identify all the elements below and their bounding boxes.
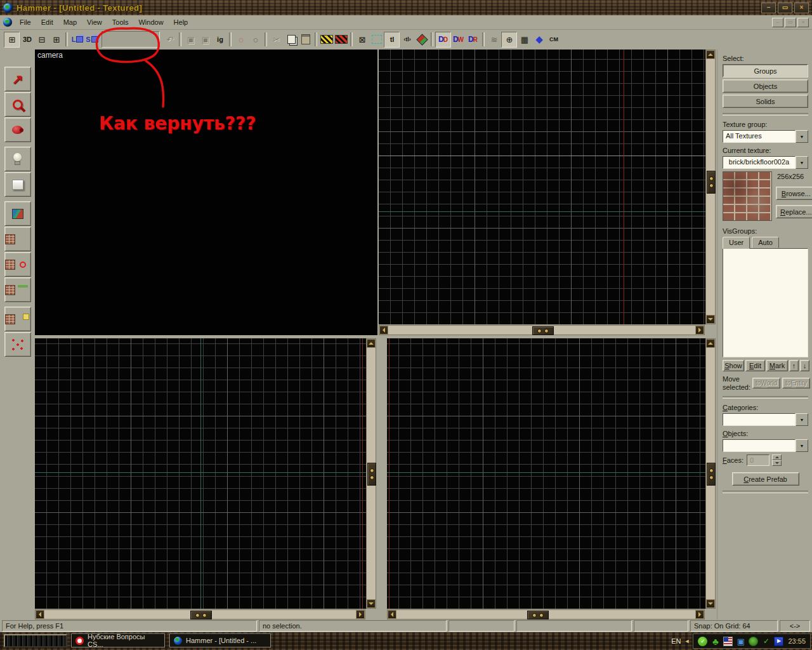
- select-touching-button[interactable]: ◌: [233, 32, 248, 47]
- horizontal-scrollbar[interactable]: [379, 325, 705, 335]
- current-texture-combobox[interactable]: brick/brickfloor002a ▼: [723, 156, 808, 169]
- grid-canvas[interactable]: [35, 338, 366, 609]
- vertical-scrollbar[interactable]: [705, 338, 716, 609]
- copy-button[interactable]: [284, 32, 298, 47]
- start-button[interactable]: [4, 634, 67, 647]
- scroll-up-button[interactable]: [706, 50, 715, 59]
- vertical-scrollbar[interactable]: [366, 338, 376, 609]
- clipping-tool[interactable]: [4, 277, 31, 302]
- solids-button[interactable]: Solids: [723, 95, 808, 108]
- toggle-3d-grid-button[interactable]: 3D: [20, 32, 34, 47]
- scrollbar-thumb[interactable]: [367, 463, 376, 486]
- apply-current-texture-tool[interactable]: [4, 227, 31, 251]
- cordon-button[interactable]: [369, 32, 384, 47]
- move-up-button[interactable]: ↑: [789, 360, 799, 371]
- stepper-up-button[interactable]: [772, 454, 782, 460]
- taskbar-clock[interactable]: 23:55: [788, 637, 806, 645]
- path-tool[interactable]: [4, 332, 31, 357]
- visgroups-list[interactable]: [723, 248, 808, 357]
- scrollbar-thumb[interactable]: [707, 171, 716, 194]
- player-tray-icon[interactable]: ▶: [774, 637, 783, 646]
- horizontal-scrollbar[interactable]: [35, 609, 365, 620]
- mark-button[interactable]: Mark: [766, 360, 788, 371]
- minimize-button[interactable]: –: [761, 3, 776, 13]
- vertical-scrollbar[interactable]: [705, 50, 716, 324]
- texture-application-tool[interactable]: [4, 201, 31, 226]
- vertex-tool[interactable]: [4, 307, 31, 331]
- browse-button[interactable]: Browse...: [776, 187, 812, 200]
- mdi-close-button[interactable]: ×: [797, 18, 809, 27]
- dr-button[interactable]: DR: [466, 32, 480, 47]
- group-button[interactable]: ▣: [183, 32, 198, 47]
- dw-button[interactable]: DW: [451, 32, 466, 47]
- grid-canvas[interactable]: [379, 50, 705, 324]
- task-hammer-window[interactable]: Hammer - [Untitled - ...: [169, 633, 271, 647]
- globe-view-button[interactable]: ⊕: [501, 32, 517, 48]
- scroll-down-button[interactable]: [367, 599, 376, 608]
- hollow-button[interactable]: [334, 32, 348, 47]
- paste-button[interactable]: [298, 32, 313, 47]
- menu-tools[interactable]: Tools: [107, 17, 134, 28]
- group-selection-button[interactable]: ⊠: [355, 32, 369, 47]
- edit-button[interactable]: Edit: [745, 360, 765, 371]
- faces-field[interactable]: 0: [747, 454, 769, 466]
- chevron-down-icon[interactable]: ▼: [796, 156, 808, 169]
- horizontal-scrollbar[interactable]: [387, 609, 705, 620]
- scrollbar-thumb[interactable]: [707, 463, 716, 486]
- texture-scale-lock-button[interactable]: ‹tl›: [400, 32, 414, 47]
- flag-tray-icon[interactable]: [723, 637, 733, 646]
- save-window-state-button[interactable]: S: [84, 32, 99, 47]
- carve-button[interactable]: [319, 32, 334, 47]
- pencil-tray-icon[interactable]: ✓: [761, 637, 771, 646]
- texture-lock-button[interactable]: tl: [384, 32, 400, 48]
- grid-canvas[interactable]: [387, 338, 705, 609]
- stepper-down-button[interactable]: [772, 460, 782, 466]
- task-opera-window[interactable]: Нубские Вопросы CS...: [71, 633, 165, 647]
- scroll-down-button[interactable]: [706, 315, 715, 324]
- scroll-right-button[interactable]: [356, 610, 365, 619]
- block-tool[interactable]: [4, 172, 31, 197]
- objects-value[interactable]: [723, 439, 796, 452]
- language-indicator[interactable]: EN: [671, 637, 681, 645]
- texture-group-combobox[interactable]: All Textures ▼: [723, 130, 808, 143]
- menu-help[interactable]: Help: [169, 17, 193, 28]
- categories-value[interactable]: [723, 413, 796, 426]
- selection-tool[interactable]: [4, 67, 31, 91]
- wall-grid-button[interactable]: ▦: [517, 32, 532, 47]
- viewport-3d-camera[interactable]: camera: [35, 50, 377, 335]
- waves-button[interactable]: ≋: [487, 32, 501, 47]
- scrollbar-thumb[interactable]: [527, 611, 549, 620]
- create-prefab-button[interactable]: Create Prefab: [732, 472, 799, 486]
- clover-tray-icon[interactable]: ♣: [710, 637, 720, 646]
- visgroups-tab-user[interactable]: User: [723, 237, 750, 249]
- to-world-button[interactable]: toWorld: [752, 378, 780, 388]
- scroll-left-button[interactable]: [36, 610, 44, 619]
- menu-window[interactable]: Window: [133, 17, 168, 28]
- current-texture-value[interactable]: brick/brickfloor002a: [723, 156, 796, 169]
- texture-group-value[interactable]: All Textures: [723, 130, 796, 143]
- scroll-down-button[interactable]: [706, 599, 715, 608]
- undo-button[interactable]: ↶: [162, 32, 177, 47]
- categories-combobox[interactable]: ▼: [723, 413, 808, 426]
- cm-button[interactable]: CM: [546, 32, 561, 47]
- move-down-button[interactable]: ↓: [800, 360, 809, 371]
- toggle-grid-button[interactable]: ⊞: [4, 32, 20, 48]
- ignore-groups-button[interactable]: ig: [213, 32, 227, 47]
- cut-button[interactable]: ✂: [269, 32, 284, 47]
- bug-tray-icon[interactable]: [749, 637, 758, 646]
- mdi-minimize-button[interactable]: –: [772, 18, 783, 27]
- groups-button[interactable]: Groups: [723, 64, 808, 77]
- load-window-state-button[interactable]: L: [70, 32, 84, 47]
- smaller-grid-button[interactable]: ⊟: [34, 32, 49, 47]
- to-entity-button[interactable]: toEntity: [782, 378, 810, 388]
- menu-map[interactable]: Map: [58, 17, 82, 28]
- show-button[interactable]: Show: [723, 360, 744, 371]
- scroll-left-button[interactable]: [388, 610, 396, 619]
- entity-tool[interactable]: [4, 147, 31, 171]
- chevron-down-icon[interactable]: ▼: [796, 439, 808, 452]
- menu-view[interactable]: View: [82, 17, 107, 28]
- replace-button[interactable]: Replace...: [776, 205, 812, 218]
- apply-decals-tool[interactable]: [4, 252, 31, 277]
- larger-grid-button[interactable]: ⊞: [49, 32, 63, 47]
- select-enclosed-button[interactable]: ◌: [248, 32, 263, 47]
